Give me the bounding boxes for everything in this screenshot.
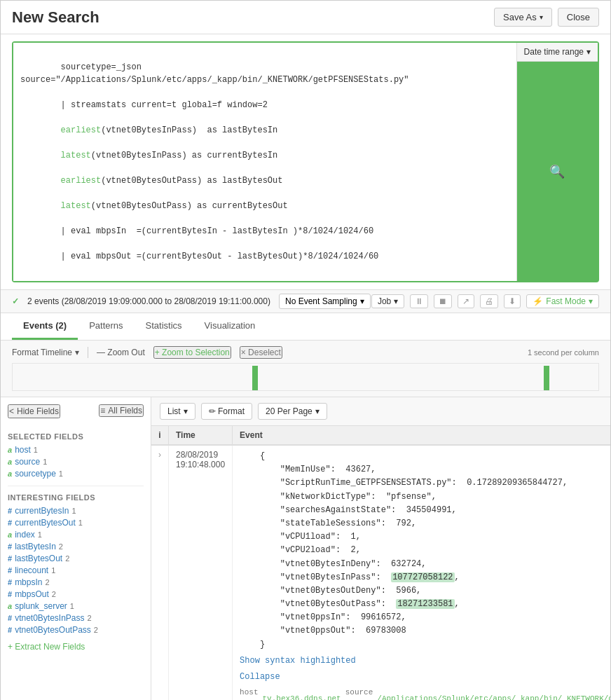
field-type-icon: a (8, 446, 12, 454)
format-button[interactable]: ✏ Format (201, 403, 252, 420)
field-type-icon: # (8, 566, 12, 575)
search-input[interactable]: sourcetype=_json source="/Applications/S… (13, 43, 516, 281)
field-type-icon: a (8, 530, 12, 539)
page-title: New Search (12, 8, 99, 27)
header-actions: Save As ▾ Close (494, 8, 599, 27)
results-toolbar: List ▾ ✏ Format 20 Per Page ▾ (151, 397, 610, 426)
field-name-label[interactable]: vtnet0BytesOutPass (15, 625, 91, 635)
per-page-button[interactable]: 20 Per Page ▾ (258, 403, 327, 420)
tab-statistics[interactable]: Statistics (135, 313, 193, 340)
field-name-label[interactable]: currentBytesOut (15, 518, 76, 528)
tab-patterns[interactable]: Patterns (78, 313, 134, 340)
main-tabs: Events (2) Patterns Statistics Visualiza… (1, 313, 610, 341)
field-name-label[interactable]: host (15, 445, 31, 455)
all-fields-button[interactable]: ≡ All Fields (99, 404, 144, 417)
field-vtnet0bytesoutpass: # vtnet0BytesOutPass 2 (8, 625, 144, 635)
all-fields-icon: ≡ (100, 406, 105, 416)
field-name-label[interactable]: lastBytesIn (15, 542, 56, 551)
timeline-area: Format Timeline ▾ — Zoom Out + Zoom to S… (1, 341, 610, 397)
per-page-chevron-icon: ▾ (315, 406, 320, 416)
print-button[interactable]: 🖨 (480, 294, 498, 308)
field-mbpsOut: # mbpsOut 2 (8, 589, 144, 599)
results-area: List ▾ ✏ Format 20 Per Page ▾ i Time Eve… (151, 397, 610, 700)
field-count: 2 (88, 614, 92, 622)
sampling-chevron-icon: ▾ (360, 296, 364, 306)
row-expand-button[interactable]: › (151, 445, 169, 700)
sidebar-top-row: < Hide Fields ≡ All Fields (8, 404, 144, 425)
collapse-link[interactable]: Collapse (240, 671, 610, 684)
share-button[interactable]: ↗ (458, 294, 474, 308)
save-as-button[interactable]: Save As ▾ (494, 8, 552, 27)
field-count: 1 (78, 519, 83, 527)
search-area: sourcetype=_json source="/Applications/S… (1, 34, 610, 289)
status-right: Job ▾ ⏸ ⏹ ↗ 🖨 ⬇ ⚡ Fast Mode ▾ (371, 294, 599, 308)
show-syntax-link[interactable]: Show syntax highlighted (240, 654, 610, 668)
field-name-label[interactable]: lastBytesOut (15, 554, 62, 563)
date-range-button[interactable]: Date time range ▾ (517, 43, 598, 62)
col-time: Time (169, 426, 233, 445)
source-value[interactable]: /Applications/Splunk/etc/apps/_kapp/bin/… (377, 693, 610, 700)
job-chevron-icon: ▾ (394, 296, 398, 306)
tab-visualization[interactable]: Visualization (193, 313, 267, 340)
field-type-icon: # (8, 507, 12, 515)
job-button[interactable]: Job ▾ (371, 294, 404, 308)
list-view-button[interactable]: List ▾ (160, 403, 195, 420)
field-sourcetype: a sourcetype 1 (8, 469, 144, 479)
extract-fields-link[interactable]: + Extract New Fields (8, 642, 144, 652)
stop-button[interactable]: ⏹ (434, 294, 452, 308)
deselect-button[interactable]: × Deselect (240, 346, 282, 359)
field-type-icon: a (8, 458, 12, 466)
hide-fields-button[interactable]: < Hide Fields (8, 404, 60, 418)
row-time: 28/08/201919:10:48.000 (169, 445, 233, 700)
format-timeline-button[interactable]: Format Timeline ▾ (12, 348, 79, 357)
export-button[interactable]: ⬇ (504, 294, 521, 308)
field-name-label[interactable]: mbpsIn (15, 577, 42, 587)
zoom-out-button[interactable]: — Zoom Out (97, 348, 145, 357)
field-name-label[interactable]: splunk_server (15, 601, 67, 611)
field-count: 1 (72, 507, 76, 515)
field-name-label[interactable]: mbpsOut (15, 589, 49, 599)
field-type-icon: # (8, 626, 12, 634)
field-linecount: # linecount 1 (8, 565, 144, 575)
hide-fields-icon: < (9, 406, 14, 416)
close-button[interactable]: Close (558, 8, 599, 27)
field-type-icon: a (8, 602, 12, 610)
field-type-icon: a (8, 469, 12, 478)
tab-events[interactable]: Events (2) (12, 313, 78, 340)
source-label: source = (345, 687, 373, 700)
field-name-label[interactable]: index (15, 530, 35, 540)
field-name-label[interactable]: sourcetype (15, 469, 56, 479)
field-name-label[interactable]: vtnet0BytesInPass (15, 613, 84, 623)
field-name-label[interactable]: linecount (15, 565, 48, 575)
field-type-icon: # (8, 578, 12, 586)
field-count: 1 (43, 458, 47, 466)
search-go-button[interactable]: 🔍 (517, 62, 598, 281)
field-source: a source 1 (8, 457, 144, 467)
zoom-selection-button[interactable]: + Zoom to Selection (153, 346, 231, 359)
field-type-icon: # (8, 542, 12, 551)
field-host: a host 1 (8, 445, 144, 455)
fast-mode-button[interactable]: ⚡ Fast Mode ▾ (526, 294, 599, 308)
search-right-panel: Date time range ▾ 🔍 (516, 43, 598, 281)
field-count: 1 (51, 566, 55, 575)
field-count: 2 (94, 626, 98, 634)
field-lastbytesIn: # lastBytesIn 2 (8, 542, 144, 551)
event-sampling-button[interactable]: No Event Sampling ▾ (279, 294, 371, 309)
field-name-label[interactable]: currentBytesIn (15, 506, 69, 516)
field-count: 1 (34, 446, 38, 454)
host-label: host = (240, 687, 258, 700)
app-header: New Search Save As ▾ Close (1, 1, 610, 34)
field-count: 1 (38, 530, 42, 539)
field-type-icon: # (8, 590, 12, 598)
event-content: { "MemInUse": 43627, "ScriptRunTime_GETP… (240, 450, 610, 652)
pause-button[interactable]: ⏸ (410, 294, 428, 308)
field-splunk-server: a splunk_server 1 (8, 601, 144, 611)
sidebar-divider (8, 486, 144, 486)
field-name-label[interactable]: source (15, 457, 40, 467)
field-count: 2 (65, 554, 69, 563)
highlight-green: 107727058122 (391, 572, 454, 582)
host-value[interactable]: tv.bex36.ddns.net (262, 693, 341, 700)
table-row: › 28/08/201919:10:48.000 { "MemInUse": 4… (151, 445, 610, 700)
main-content: < Hide Fields ≡ All Fields SELECTED FIEL… (1, 397, 610, 700)
field-count: 1 (70, 602, 74, 610)
